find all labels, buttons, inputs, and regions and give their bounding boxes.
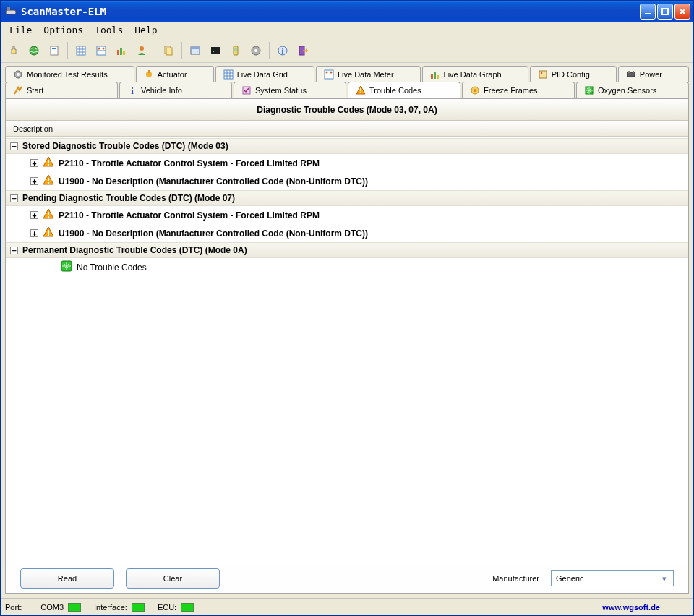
tool-phone-icon[interactable] (227, 42, 244, 59)
power-icon (626, 69, 636, 80)
svg-rect-1 (7, 7, 10, 11)
svg-rect-6 (52, 48, 56, 49)
tab-system-status[interactable]: System Status (234, 82, 346, 98)
tab-power[interactable]: Power (618, 66, 689, 82)
ok-icon (61, 260, 72, 274)
tree-group-pending[interactable]: − Pending Diagnostic Trouble Codes (DTC)… (6, 190, 688, 206)
close-button[interactable] (674, 4, 690, 20)
oxygen-icon (584, 85, 594, 95)
tool-meter-icon[interactable] (93, 42, 110, 59)
tab-start[interactable]: Start (5, 82, 118, 98)
minimize-button[interactable] (640, 4, 656, 20)
svg-point-49 (474, 89, 476, 92)
tool-info-icon[interactable]: i (274, 42, 291, 59)
grid-icon (223, 69, 234, 80)
status-icon (241, 85, 252, 95)
column-header[interactable]: Description (6, 121, 688, 137)
svg-point-35 (330, 72, 332, 74)
tree-item[interactable]: + P2110 - Throttle Actuator Control Syst… (6, 154, 688, 172)
status-interface-label: Interface: (94, 603, 127, 612)
svg-rect-46 (360, 88, 361, 91)
tab-monitored-test-results[interactable]: Monitored Test Results (5, 66, 134, 82)
tab-oxygen-sensors[interactable]: Oxygen Sensors (576, 82, 689, 98)
tool-globe-icon[interactable] (25, 42, 43, 59)
tool-grid-icon[interactable] (72, 42, 90, 59)
meter-icon (324, 69, 334, 80)
svg-rect-42 (628, 71, 630, 73)
tree-item[interactable]: + U1900 - No Description (Manufacturer C… (6, 172, 688, 190)
tree-item[interactable]: + U1900 - No Description (Manufacturer C… (6, 224, 688, 242)
tab-live-data-grid[interactable]: Live Data Grid (215, 66, 314, 82)
tab-freeze-frames[interactable]: Freeze Frames (462, 82, 575, 98)
tool-disc-icon[interactable] (247, 42, 265, 59)
tool-report-icon[interactable] (46, 42, 63, 59)
svg-rect-2 (645, 13, 651, 14)
tab-trouble-codes[interactable]: Trouble Codes (348, 82, 460, 98)
tab-row-lower: Start iVehicle Info System Status Troubl… (5, 82, 689, 98)
tree-item[interactable]: + P2110 - Throttle Actuator Control Syst… (6, 206, 688, 224)
svg-rect-17 (166, 48, 172, 55)
collapse-icon[interactable]: − (10, 142, 18, 150)
svg-rect-14 (123, 51, 125, 55)
tool-window-icon[interactable] (187, 42, 204, 59)
tree-group-permanent[interactable]: − Permanent Diagnostic Trouble Codes (DT… (6, 242, 688, 258)
tab-vehicle-info[interactable]: iVehicle Info (119, 82, 232, 98)
warning-icon (43, 156, 54, 170)
svg-rect-32 (224, 70, 233, 79)
tool-copy-icon[interactable] (160, 42, 177, 59)
menu-options[interactable]: Options (38, 23, 89, 37)
statusbar: Port: COM3 Interface: ECU: www.wgsoft.de (1, 598, 693, 615)
vendor-link[interactable]: www.wgsoft.de (602, 603, 660, 612)
svg-point-15 (140, 46, 144, 51)
app-icon (5, 6, 17, 17)
content-panel: Diagnostic Trouble Codes (Mode 03, 07, 0… (5, 98, 689, 594)
tab-actuator[interactable]: Actuator (136, 66, 214, 82)
collapse-icon[interactable]: − (10, 194, 18, 202)
gear-icon (13, 69, 23, 80)
svg-rect-51 (48, 160, 49, 163)
svg-text:i: i (131, 85, 134, 95)
tree-line-icon: └ (45, 262, 56, 273)
svg-rect-56 (48, 216, 49, 218)
tab-live-data-graph[interactable]: Live Data Graph (422, 66, 528, 82)
manufacturer-label: Manufacturer (492, 574, 539, 583)
status-port-label: Port: (5, 603, 22, 612)
tab-pid-config[interactable]: PID Config (530, 66, 617, 82)
tab-live-data-meter[interactable]: Live Data Meter (316, 66, 421, 82)
svg-point-34 (325, 72, 327, 74)
tree-group-stored[interactable]: − Stored Diagnostic Trouble Codes (DTC) … (6, 138, 688, 154)
svg-rect-36 (431, 74, 433, 79)
menu-help[interactable]: Help (129, 23, 163, 37)
menu-file[interactable]: File (4, 23, 38, 37)
svg-rect-47 (360, 92, 361, 93)
tab-row-upper: Monitored Test Results Actuator Live Dat… (5, 66, 689, 82)
maximize-button[interactable] (657, 4, 673, 20)
ecu-led-icon (181, 603, 194, 612)
tool-connect-icon[interactable] (5, 42, 22, 59)
port-led-icon (68, 603, 81, 612)
info-icon: i (127, 85, 137, 95)
expand-icon[interactable]: + (30, 229, 38, 237)
svg-rect-58 (48, 234, 49, 236)
freeze-icon (470, 85, 480, 95)
manufacturer-select[interactable]: Generic ▾ (551, 570, 674, 586)
tool-exit-icon[interactable] (294, 42, 312, 59)
svg-point-11 (103, 47, 105, 49)
tool-chart-icon[interactable] (113, 42, 130, 59)
read-button[interactable]: Read (20, 568, 114, 589)
dtc-tree[interactable]: − Stored Diagnostic Trouble Codes (DTC) … (6, 137, 688, 564)
start-icon (13, 85, 23, 95)
collapse-icon[interactable]: − (10, 247, 18, 254)
toolbar: i (1, 38, 693, 63)
graph-icon (430, 69, 440, 80)
clear-button[interactable]: Clear (126, 568, 220, 589)
menu-tools[interactable]: Tools (89, 23, 129, 37)
expand-icon[interactable]: + (30, 211, 38, 219)
expand-icon[interactable]: + (30, 177, 38, 185)
svg-rect-43 (633, 71, 634, 73)
config-icon (538, 69, 548, 80)
expand-icon[interactable]: + (30, 159, 38, 167)
tool-terminal-icon[interactable] (207, 42, 224, 59)
svg-rect-12 (117, 50, 119, 55)
tool-user-icon[interactable] (133, 42, 150, 59)
